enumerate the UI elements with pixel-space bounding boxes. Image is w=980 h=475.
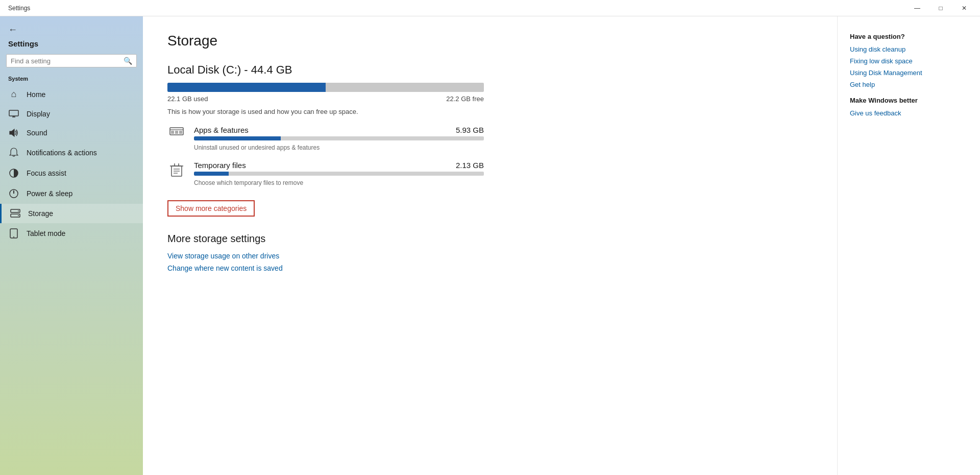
temp-bar <box>194 172 484 176</box>
sidebar-section-label: System <box>0 74 143 84</box>
temp-icon <box>167 161 186 177</box>
sidebar-item-label: Power & sleep <box>27 189 72 198</box>
content-area: Storage Local Disk (C:) - 44.4 GB 22.1 G… <box>143 16 837 475</box>
make-windows-better-title: Make Windows better <box>850 97 968 104</box>
disk-title: Local Disk (C:) - 44.4 GB <box>167 63 813 77</box>
svg-point-10 <box>18 215 19 216</box>
search-input[interactable] <box>11 57 124 65</box>
get-help-link[interactable]: Get help <box>850 81 968 88</box>
sidebar-app-title: Settings <box>0 37 143 52</box>
svg-marker-3 <box>10 129 14 136</box>
storage-bar <box>167 83 484 92</box>
apps-header: Apps & features 5.93 GB <box>194 126 484 134</box>
search-icon: 🔍 <box>124 57 132 65</box>
svg-rect-15 <box>171 131 174 134</box>
display-icon <box>8 110 19 118</box>
more-storage-title: More storage settings <box>167 233 813 245</box>
apps-details: Apps & features 5.93 GB Uninstall unused… <box>194 126 484 152</box>
home-icon: ⌂ <box>8 89 19 100</box>
storage-item-apps[interactable]: Apps & features 5.93 GB Uninstall unused… <box>167 126 484 152</box>
svg-point-9 <box>18 210 19 211</box>
power-sleep-icon <box>8 188 19 199</box>
temp-details: Temporary files 2.13 GB Choose which tem… <box>194 161 484 187</box>
temp-size: 2.13 GB <box>456 161 484 170</box>
focus-assist-icon <box>8 168 19 178</box>
sidebar-item-label: Storage <box>28 209 53 218</box>
sidebar-item-label: Display <box>27 110 50 118</box>
sidebar-item-label: Focus assist <box>27 169 66 177</box>
sidebar-item-focus-assist[interactable]: Focus assist <box>0 163 143 183</box>
svg-rect-17 <box>179 131 182 134</box>
apps-size: 5.93 GB <box>456 126 484 134</box>
temp-bar-fill <box>194 172 229 176</box>
back-button[interactable]: ← <box>0 20 143 37</box>
minimize-button[interactable]: — <box>905 0 929 16</box>
storage-bar-used <box>167 83 326 92</box>
apps-bar <box>194 136 484 140</box>
svg-point-12 <box>13 236 14 238</box>
apps-icon <box>167 126 186 139</box>
svg-rect-16 <box>175 131 178 134</box>
storage-item-temp[interactable]: Temporary files 2.13 GB Choose which tem… <box>167 161 484 187</box>
page-title: Storage <box>167 33 813 49</box>
close-button[interactable]: ✕ <box>952 0 976 16</box>
sidebar: ← Settings 🔍 System ⌂ Home Display <box>0 16 143 475</box>
sidebar-search-box[interactable]: 🔍 <box>6 54 137 67</box>
sidebar-item-sound[interactable]: Sound <box>0 123 143 142</box>
temp-name: Temporary files <box>194 161 246 170</box>
temp-header: Temporary files 2.13 GB <box>194 161 484 170</box>
sidebar-item-storage[interactable]: Storage <box>0 204 143 223</box>
storage-description: This is how your storage is used and how… <box>167 108 484 115</box>
sidebar-item-label: Sound <box>27 129 47 137</box>
svg-rect-0 <box>9 110 18 116</box>
tablet-mode-icon <box>8 228 19 239</box>
storage-free-label: 22.2 GB free <box>446 95 484 103</box>
using-disk-management-link[interactable]: Using Disk Management <box>850 69 968 77</box>
sidebar-item-tablet-mode[interactable]: Tablet mode <box>0 223 143 244</box>
maximize-button[interactable]: □ <box>929 0 952 16</box>
give-feedback-link[interactable]: Give us feedback <box>850 109 968 117</box>
titlebar: Settings — □ ✕ <box>0 0 980 16</box>
storage-used-label: 22.1 GB used <box>167 95 208 103</box>
sidebar-item-label: Home <box>27 90 45 99</box>
fixing-low-disk-link[interactable]: Fixing low disk space <box>850 57 968 65</box>
storage-icon <box>10 209 21 218</box>
sidebar-item-home[interactable]: ⌂ Home <box>0 84 143 105</box>
right-panel: Have a question? Using disk cleanup Fixi… <box>837 16 980 475</box>
apps-name: Apps & features <box>194 126 249 134</box>
sidebar-item-power-sleep[interactable]: Power & sleep <box>0 183 143 204</box>
change-content-link[interactable]: Change where new content is saved <box>167 264 813 272</box>
view-storage-link[interactable]: View storage usage on other drives <box>167 252 813 260</box>
show-more-categories-button[interactable]: Show more categories <box>167 200 255 217</box>
sound-icon <box>8 128 19 137</box>
app-body: ← Settings 🔍 System ⌂ Home Display <box>0 16 980 475</box>
apps-bar-fill <box>194 136 281 140</box>
using-disk-cleanup-link[interactable]: Using disk cleanup <box>850 45 968 53</box>
sidebar-item-notifications[interactable]: Notifications & actions <box>0 142 143 163</box>
notifications-icon <box>8 148 19 158</box>
main-content: Storage Local Disk (C:) - 44.4 GB 22.1 G… <box>143 16 980 475</box>
storage-bar-labels: 22.1 GB used 22.2 GB free <box>167 95 484 103</box>
sidebar-item-display[interactable]: Display <box>0 105 143 123</box>
back-arrow-icon: ← <box>8 25 17 35</box>
sidebar-item-label: Notifications & actions <box>27 149 97 157</box>
have-question-title: Have a question? <box>850 33 968 40</box>
titlebar-controls: — □ ✕ <box>905 0 976 16</box>
titlebar-title: Settings <box>8 5 30 12</box>
temp-desc: Choose which temporary files to remove <box>194 179 303 186</box>
apps-desc: Uninstall unused or undesired apps & fea… <box>194 144 320 151</box>
sidebar-item-label: Tablet mode <box>27 229 65 238</box>
